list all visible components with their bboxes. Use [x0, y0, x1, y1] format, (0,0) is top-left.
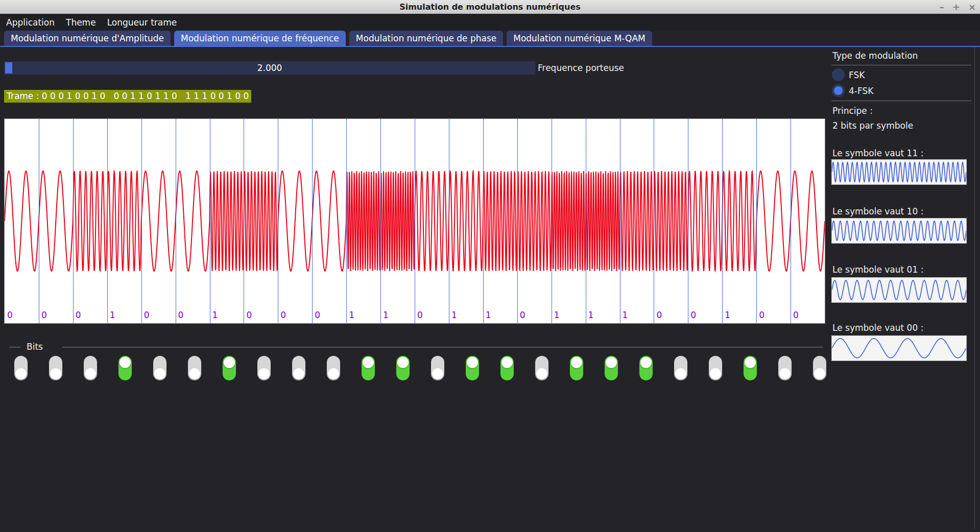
plot-bit-digit: 1 [588, 310, 594, 320]
toggle-knob [571, 357, 582, 368]
toggle-knob [814, 368, 825, 379]
plot-bit-digit: 0 [7, 310, 13, 320]
app-window: Simulation de modulations numériques – +… [0, 0, 980, 532]
toggle-knob [606, 357, 617, 368]
toggle-knob [189, 368, 200, 379]
radio-4fsk[interactable] [832, 84, 845, 97]
plot-gridline [586, 119, 586, 323]
menu-theme[interactable]: Theme [66, 17, 96, 28]
bit-toggle-10[interactable] [362, 356, 375, 380]
plot-gridline [722, 119, 723, 323]
bit-toggle-18[interactable] [639, 356, 653, 380]
plot-bit-digit: 0 [520, 310, 525, 320]
maximize-icon[interactable]: + [952, 0, 960, 14]
toggle-knob [119, 357, 131, 368]
bit-toggle-5[interactable] [188, 356, 201, 380]
tab-0[interactable]: Modulation numérique d'Amplitude [4, 31, 171, 46]
toggle-knob [258, 368, 270, 379]
bit-toggle-9[interactable] [327, 356, 340, 380]
bit-toggle-23[interactable] [813, 356, 826, 380]
tab-3[interactable]: Modulation numérique M-QAM [507, 31, 652, 46]
symbol-preview-label-1: Le symbole vaut 10 : [832, 206, 923, 216]
fsk-waveform-plot: 000100100011011011100100 [4, 118, 825, 324]
bit-toggle-3[interactable] [118, 356, 132, 380]
radio-fsk-label[interactable]: FSK [849, 70, 865, 80]
bit-toggle-2[interactable] [84, 356, 97, 380]
plot-gridline [756, 119, 757, 323]
groupbox-line-right [62, 347, 823, 348]
plot-bit-digit: 0 [280, 310, 286, 320]
bit-toggle-11[interactable] [396, 356, 410, 380]
plot-gridline [107, 119, 108, 323]
bit-toggle-0[interactable] [14, 356, 28, 380]
plot-gridline [346, 119, 347, 323]
carrier-frequency-slider[interactable]: 2.000 [4, 61, 535, 75]
radio-4fsk-label[interactable]: 4-FSK [849, 86, 873, 96]
toggle-knob [15, 368, 27, 379]
bit-toggle-13[interactable] [466, 356, 479, 380]
title-bar[interactable]: Simulation de modulations numériques – +… [0, 0, 980, 14]
trame-readout: Trame : 0 0 0 1 0 0 1 0 0 0 1 1 0 1 1 0 … [4, 90, 251, 103]
bit-toggle-22[interactable] [778, 356, 792, 380]
plot-bit-digit: 0 [144, 310, 150, 320]
toggle-knob [85, 368, 96, 379]
toggle-knob [154, 368, 165, 379]
bit-toggle-17[interactable] [605, 356, 618, 380]
tab-1[interactable]: Modulation numérique de fréquence [174, 31, 346, 46]
slider-handle[interactable] [5, 62, 12, 74]
toggle-knob [432, 368, 443, 379]
plot-gridline [552, 119, 552, 323]
plot-bit-digit: 0 [690, 310, 696, 320]
bit-toggle-1[interactable] [49, 356, 62, 380]
plot-gridline [39, 119, 39, 323]
menu-longueur-trame[interactable]: Longueur trame [107, 17, 177, 28]
bit-toggle-21[interactable] [744, 356, 757, 380]
radio-dot [834, 86, 843, 95]
symbol-preview-label-3: Le symbole vaut 00 : [832, 323, 923, 333]
plot-gridline [517, 119, 518, 323]
symbol-preview-wave-1 [831, 218, 967, 244]
bit-toggle-4[interactable] [153, 356, 166, 380]
toggle-knob [675, 368, 686, 379]
plot-gridline [620, 119, 620, 323]
bit-toggle-20[interactable] [709, 356, 722, 380]
plot-bit-digit: 0 [246, 310, 252, 320]
bit-toggle-14[interactable] [500, 356, 514, 380]
radio-fsk[interactable] [832, 68, 845, 81]
plot-gridline [244, 119, 244, 323]
menu-application[interactable]: Application [6, 17, 55, 28]
bit-toggle-16[interactable] [570, 356, 583, 380]
plot-bit-digit: 0 [656, 310, 662, 320]
minimize-icon[interactable]: – [940, 0, 944, 14]
close-icon[interactable]: × [968, 0, 976, 14]
symbol-preview-wave-2 [831, 277, 967, 303]
plot-bit-digit: 0 [315, 310, 320, 320]
plot-gridline [73, 119, 74, 323]
window-title: Simulation de modulations numériques [399, 2, 581, 12]
menu-bar: Application Theme Longueur trame [0, 14, 980, 31]
plot-gridline [278, 119, 278, 323]
tab-2[interactable]: Modulation numérique de phase [349, 31, 503, 46]
plot-bit-digit: 1 [383, 310, 389, 320]
bit-toggle-7[interactable] [257, 356, 271, 380]
plot-gridline [483, 119, 484, 323]
bit-toggle-6[interactable] [223, 356, 236, 380]
plot-gridline [449, 119, 449, 323]
toggle-knob [536, 368, 547, 379]
toggle-knob [328, 368, 339, 379]
bit-toggle-19[interactable] [674, 356, 687, 380]
plot-bit-digit: 1 [623, 310, 628, 320]
plot-gridline [791, 119, 791, 323]
modulation-type-header: Type de modulation [832, 51, 918, 61]
window-controls: – + × [940, 0, 976, 14]
bit-toggle-15[interactable] [535, 356, 548, 380]
plot-gridline [312, 119, 313, 323]
plot-bit-digit: 0 [178, 310, 184, 320]
symbol-preview-label-0: Le symbole vaut 11 : [832, 148, 923, 158]
plot-gridline [176, 119, 176, 323]
bit-toggle-8[interactable] [292, 356, 305, 380]
principle-label: Principe : [832, 106, 873, 116]
bit-toggle-12[interactable] [431, 356, 444, 380]
carrier-frequency-label: Frequence porteuse [538, 61, 624, 75]
symbol-preview-label-2: Le symbole vaut 01 : [832, 264, 923, 275]
